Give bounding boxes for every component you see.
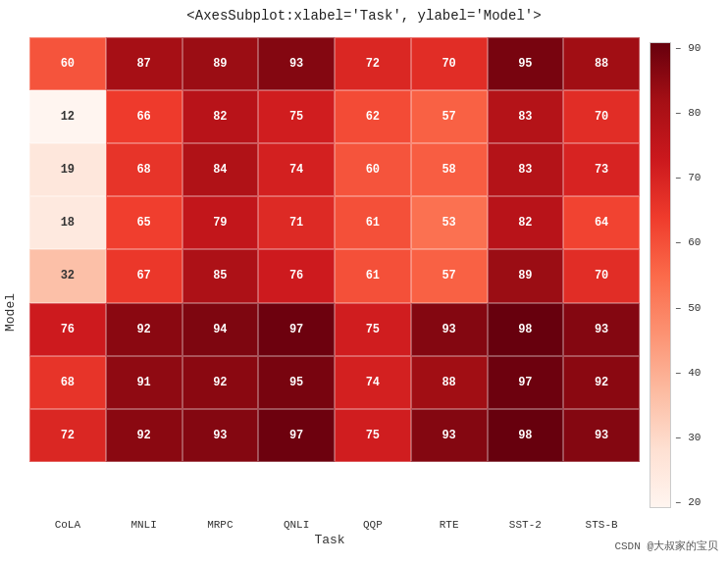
heatmap-cell: 84 bbox=[182, 143, 259, 196]
heatmap-cell: 57 bbox=[411, 249, 488, 302]
heatmap-cell: 89 bbox=[182, 37, 259, 90]
colorbar-label: – 90 bbox=[675, 42, 701, 54]
colorbar-label: – 70 bbox=[675, 172, 701, 183]
colorbar-label: – 20 bbox=[675, 496, 701, 508]
heatmap-cell: 62 bbox=[335, 90, 411, 143]
x-axis-tick-label: QNLI bbox=[258, 515, 335, 531]
x-axis-tick-label: MNLI bbox=[106, 515, 182, 531]
heatmap-cell: 70 bbox=[563, 249, 640, 302]
heatmap-cell: 85 bbox=[182, 249, 259, 302]
heatmap-cell: 98 bbox=[488, 409, 564, 462]
heatmap-cell: 19 bbox=[29, 143, 106, 196]
heatmap-cell: 60 bbox=[29, 37, 106, 90]
x-axis-tick-label: CoLA bbox=[29, 515, 106, 531]
heatmap-cell: 71 bbox=[258, 196, 335, 249]
heatmap-cell: 73 bbox=[563, 143, 640, 196]
x-axis-tick-label: SST-2 bbox=[488, 515, 564, 531]
heatmap-cell: 82 bbox=[182, 90, 259, 143]
x-axis-label: Task bbox=[20, 533, 640, 547]
heatmap-cell: 93 bbox=[182, 409, 259, 462]
heatmap-cell: 88 bbox=[563, 37, 640, 90]
heatmap-cell: 12 bbox=[29, 90, 106, 143]
heatmap-cell: 94 bbox=[182, 303, 259, 356]
colorbar-label: – 80 bbox=[675, 107, 701, 119]
heatmap-cell: 95 bbox=[258, 356, 335, 409]
heatmap-cell: 82 bbox=[488, 196, 564, 249]
heatmap-cell: 95 bbox=[488, 37, 564, 90]
heatmap-cell: 72 bbox=[335, 37, 411, 90]
heatmap-cell: 74 bbox=[335, 356, 411, 409]
heatmap-cell: 92 bbox=[106, 409, 182, 462]
title-bar: <AxesSubplot:xlabel='Task', ylabel='Mode… bbox=[0, 0, 728, 27]
colorbar-label: – 40 bbox=[675, 367, 701, 379]
heatmap-grid: 6087899372709588126682756257837019688474… bbox=[29, 37, 640, 515]
heatmap-cell: 88 bbox=[411, 356, 488, 409]
x-axis-tick-label: MRPC bbox=[182, 515, 259, 531]
heatmap-cell: 97 bbox=[258, 303, 335, 356]
heatmap-cell: 64 bbox=[563, 196, 640, 249]
heatmap-cell: 75 bbox=[258, 90, 335, 143]
heatmap-cell: 75 bbox=[335, 409, 411, 462]
heatmap-cell: 92 bbox=[182, 356, 259, 409]
heatmap-cell: 76 bbox=[29, 303, 106, 356]
heatmap-cell: 70 bbox=[563, 90, 640, 143]
colorbar-gradient bbox=[650, 42, 671, 508]
heatmap-cell: 61 bbox=[335, 249, 411, 302]
heatmap-cell: 91 bbox=[106, 356, 182, 409]
heatmap-cell: 68 bbox=[29, 356, 106, 409]
heatmap-cell: 66 bbox=[106, 90, 182, 143]
watermark: CSDN @大叔家的宝贝 bbox=[614, 539, 718, 553]
heatmap-cell: 93 bbox=[411, 303, 488, 356]
x-axis-tick-label: QQP bbox=[335, 515, 411, 531]
heatmap-cell: 75 bbox=[335, 303, 411, 356]
heatmap-cell: 83 bbox=[488, 143, 564, 196]
heatmap-cell: 53 bbox=[411, 196, 488, 249]
heatmap-cell: 65 bbox=[106, 196, 182, 249]
heatmap-cell: 93 bbox=[563, 303, 640, 356]
heatmap-cell: 98 bbox=[488, 303, 564, 356]
x-axis-tick-label: RTE bbox=[411, 515, 488, 531]
heatmap-cell: 18 bbox=[29, 196, 106, 249]
heatmap-cell: 72 bbox=[29, 409, 106, 462]
heatmap-cell: 97 bbox=[258, 409, 335, 462]
y-axis-label: Model bbox=[0, 37, 20, 547]
heatmap-cell: 93 bbox=[258, 37, 335, 90]
heatmap-cell: 87 bbox=[106, 37, 182, 90]
heatmap-cell: 76 bbox=[258, 249, 335, 302]
heatmap-cell: 68 bbox=[106, 143, 182, 196]
colorbar-label: – 30 bbox=[675, 432, 701, 443]
heatmap-cell: 70 bbox=[411, 37, 488, 90]
heatmap-cell: 32 bbox=[29, 249, 106, 302]
heatmap-cell: 58 bbox=[411, 143, 488, 196]
heatmap-cell: 57 bbox=[411, 90, 488, 143]
colorbar-label: – 50 bbox=[675, 302, 701, 314]
heatmap-cell: 92 bbox=[106, 303, 182, 356]
heatmap-cell: 97 bbox=[488, 356, 564, 409]
heatmap-cell: 79 bbox=[182, 196, 259, 249]
heatmap-cell: 60 bbox=[335, 143, 411, 196]
x-axis-tick-label: STS-B bbox=[563, 515, 640, 531]
heatmap-cell: 83 bbox=[488, 90, 564, 143]
heatmap-cell: 67 bbox=[106, 249, 182, 302]
heatmap-cell: 89 bbox=[488, 249, 564, 302]
colorbar-label: – 60 bbox=[675, 236, 701, 248]
heatmap-cell: 74 bbox=[258, 143, 335, 196]
heatmap-cell: 92 bbox=[563, 356, 640, 409]
heatmap-cell: 93 bbox=[411, 409, 488, 462]
heatmap-cell: 93 bbox=[563, 409, 640, 462]
heatmap-cell: 61 bbox=[335, 196, 411, 249]
